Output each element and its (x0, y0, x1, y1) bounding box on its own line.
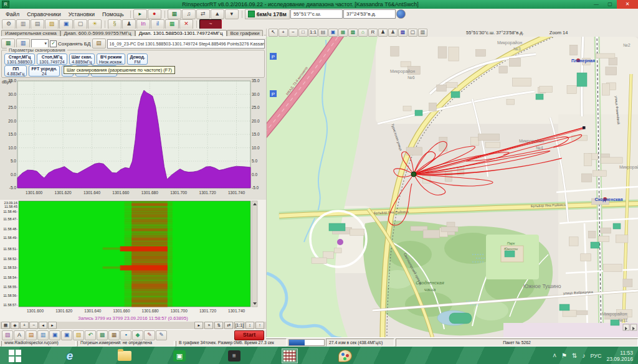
param-ВЧ режим[interactable]: ВЧ режимНизк.искаж. (97, 54, 125, 65)
globe-icon[interactable] (396, 9, 406, 19)
il-panel-icon[interactable]: il (151, 19, 164, 29)
users-icon[interactable]: ♟ (122, 19, 136, 29)
param-FFT усредн.[interactable]: FFT усредн.24 (29, 65, 59, 77)
param-Демод.[interactable]: Демод.FM (127, 54, 148, 65)
wf-zoom-out-icon[interactable]: − (29, 322, 38, 329)
font-icon[interactable]: A (14, 330, 25, 340)
language-indicator[interactable]: РУС (590, 353, 601, 359)
folder-icon[interactable]: ▨ (45, 19, 59, 29)
card-icon[interactable]: ▥ (16, 19, 30, 29)
home-icon[interactable]: ⌂ (358, 29, 368, 37)
image-save-icon[interactable]: ▥ (37, 330, 49, 340)
up-icon[interactable]: ↑ (255, 322, 264, 329)
window-icon[interactable]: ▢ (74, 19, 87, 29)
volume-icon[interactable]: ♪ (582, 352, 585, 359)
chart-layer-icon[interactable]: ▦ (338, 29, 348, 37)
swap-icon[interactable]: ⇅ (214, 322, 223, 329)
menu-установки[interactable]: Установки (65, 11, 98, 18)
delete-icon[interactable]: ✕ (179, 19, 193, 29)
zoom-in-icon[interactable]: + (279, 29, 288, 37)
action-center-icon[interactable]: ⚑ (561, 352, 567, 359)
param-Шаг скан.[interactable]: Шаг скан.4.8859кГц (69, 54, 95, 65)
rotate-icon[interactable]: R (368, 29, 378, 37)
person1-icon[interactable]: ♟ (378, 29, 388, 37)
maximize-button[interactable]: ▢ (603, 0, 617, 9)
screenshot-icon[interactable]: ▥ (418, 29, 427, 37)
menu-помощь[interactable]: Помощь (98, 11, 128, 18)
edit1-icon[interactable]: ✎ (144, 330, 155, 340)
print-icon[interactable]: ▤ (318, 29, 328, 37)
signal-search-icon[interactable]: ⇄ (196, 9, 210, 19)
tray-expand-icon[interactable]: ˄ (553, 352, 556, 359)
tab-1[interactable]: Диап. 600.0-5999.997557МГц (60, 30, 135, 36)
chain-icon[interactable]: § (108, 19, 121, 29)
one-to-one-icon[interactable]: 1:1 (308, 29, 318, 37)
tab-3[interactable]: Все графики (227, 30, 264, 36)
palette2-icon[interactable]: ▤ (26, 330, 37, 340)
edit2-icon[interactable]: ✎ (156, 330, 167, 340)
param-ПП[interactable]: ПП4.883кГц (4, 65, 27, 77)
tab-2[interactable]: Диап. 1301.588503-1301.749724МГц (135, 30, 227, 36)
minimize-button[interactable]: — (589, 0, 603, 9)
audio-demod-icon[interactable]: ♫ (182, 9, 196, 19)
save-session-icon[interactable]: ▣ (59, 19, 73, 29)
report-icon[interactable]: ▨ (2, 330, 13, 340)
ie-icon[interactable]: e (62, 349, 77, 363)
book-icon[interactable]: ▤ (31, 19, 44, 29)
paint-app-icon[interactable] (338, 349, 353, 363)
start-scan-icon[interactable]: ▸ (133, 9, 147, 19)
save-db-checkbox[interactable]: ✓ (50, 40, 57, 47)
to-end-icon[interactable]: » (204, 322, 213, 329)
select-region-icon[interactable]: □ (298, 29, 308, 37)
wf-palette-icon[interactable]: ▦ (1, 322, 10, 329)
track-toggle-icon[interactable]: ▩ (398, 29, 407, 37)
db-icon[interactable]: ▤ (92, 39, 106, 49)
wf-zoom-in-icon[interactable]: + (20, 322, 29, 329)
antenna-dropdown[interactable]: ▾ (225, 9, 239, 19)
longitude-field[interactable]: 37°24'53"в.д. (343, 9, 396, 19)
waveform-mode-button[interactable]: ~ (199, 19, 222, 29)
lamp-icon[interactable]: ☀ (88, 19, 102, 29)
play-records-icon[interactable]: ▸ (194, 322, 203, 329)
cursor-icon[interactable]: ↖ (269, 29, 278, 37)
start-button[interactable]: Start (234, 330, 264, 340)
param-Стоп,МГц[interactable]: Стоп,МГц1301.749724 (37, 54, 67, 65)
start-button-taskbar[interactable] (7, 349, 22, 363)
in-panel-icon[interactable]: In (136, 19, 150, 29)
person2-icon[interactable]: ♟ (388, 29, 398, 37)
save-map-icon[interactable]: ▣ (328, 29, 338, 37)
export1-icon[interactable]: ▩ (97, 330, 108, 340)
menu-справочники[interactable]: Справочники (23, 11, 65, 18)
media-app-icon[interactable]: ▣ (172, 349, 187, 363)
wf-step-fwd-icon[interactable]: ▸ (48, 322, 57, 329)
save-b1-icon[interactable]: ▣ (49, 330, 60, 340)
settings-app-icon[interactable]: ≡ (227, 349, 242, 363)
close-button[interactable]: ✕ (617, 0, 638, 9)
tiles-icon[interactable]: ▩ (348, 29, 358, 37)
record-icon[interactable]: ● (148, 9, 161, 19)
expand-icon[interactable]: ↕ (245, 322, 254, 329)
scale-label[interactable]: [1:1] (234, 322, 244, 329)
wf-step-back-icon[interactable]: ◂ (39, 322, 47, 329)
undo-icon[interactable]: ↶ (85, 330, 96, 340)
export2-icon[interactable]: ▦ (108, 330, 120, 340)
panorama-icon[interactable]: ▦ (168, 9, 181, 19)
latitude-field[interactable]: 55°51'7"с.ш. (290, 9, 343, 19)
follow-toggle-icon[interactable]: ▢ (408, 29, 417, 37)
tab-0[interactable]: Измерительная схема (1, 30, 60, 36)
antenna-icon[interactable]: ▲ (211, 9, 224, 19)
wf-mode-icon[interactable]: ◈ (11, 322, 19, 329)
grid-panel-icon[interactable]: ▦ (165, 19, 179, 29)
hardware-setup-icon[interactable]: ⚙ (2, 19, 16, 29)
spectrum-chart[interactable]: 35.035.030.030.025.025.020.020.015.015.0… (0, 78, 266, 200)
marker1-icon[interactable]: ▪ (120, 330, 131, 340)
marker2-icon[interactable]: ◆ (132, 330, 143, 340)
clock[interactable]: 11:53 23.09.2016 (606, 350, 633, 362)
explorer-icon[interactable] (117, 349, 132, 363)
zoom-out-icon[interactable]: − (288, 29, 298, 37)
save-b2-icon[interactable]: ▣ (61, 330, 72, 340)
param-Старт,МГц[interactable]: Старт,МГц1301.588503 (4, 54, 35, 65)
rinspector-taskbar-icon[interactable] (282, 348, 298, 363)
open-folder-icon[interactable]: ▨ (73, 330, 84, 340)
menu-файл[interactable]: Файл (2, 11, 23, 18)
